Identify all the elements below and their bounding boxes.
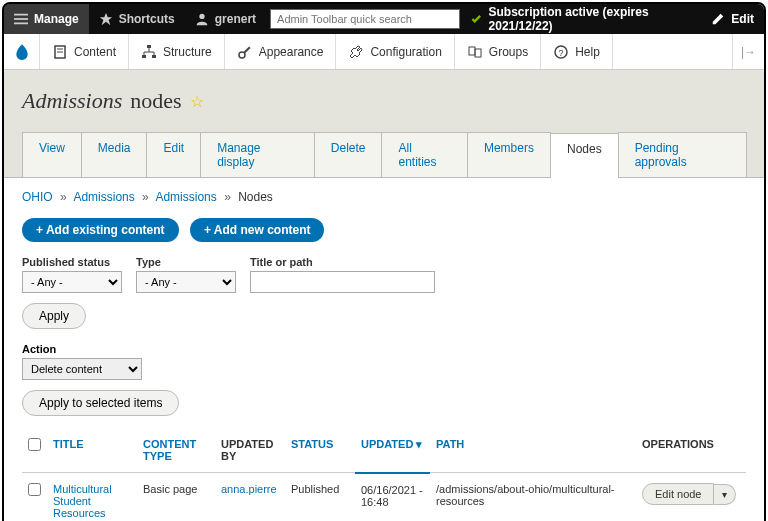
manage-label: Manage <box>34 12 79 26</box>
published-status-select[interactable]: - Any - <box>22 271 122 293</box>
col-title[interactable]: TITLE <box>53 438 84 450</box>
row-title-link[interactable]: Multicultural Student Resources <box>53 483 112 519</box>
edit-label: Edit <box>731 12 754 26</box>
tab-nodes[interactable]: Nodes <box>550 133 619 178</box>
user-label: grenert <box>215 12 256 26</box>
admin-navbar: Content Structure Appearance Configurati… <box>4 34 764 70</box>
nav-configuration-label: Configuration <box>370 45 441 59</box>
breadcrumb: OHIO » Admissions » Admissions » Nodes <box>22 190 746 204</box>
structure-icon <box>141 44 157 60</box>
svg-marker-3 <box>100 13 112 25</box>
breadcrumb-current: Nodes <box>238 190 273 204</box>
edit-node-button[interactable]: Edit node <box>642 483 714 505</box>
nav-structure-label: Structure <box>163 45 212 59</box>
user-menu[interactable]: grenert <box>185 4 266 34</box>
edit-toggle[interactable]: Edit <box>701 4 764 34</box>
nav-help[interactable]: ? Help <box>541 34 613 69</box>
breadcrumb-admissions-2[interactable]: Admissions <box>155 190 216 204</box>
row-status: Published <box>285 473 355 522</box>
action-select[interactable]: Delete content <box>22 358 142 380</box>
nav-appearance[interactable]: Appearance <box>225 34 337 69</box>
tab-view[interactable]: View <box>22 132 82 177</box>
bulk-action: Action Delete content <box>22 343 746 380</box>
subscription-status[interactable]: Subscription active (expires 2021/12/22) <box>460 4 701 34</box>
row-checkbox[interactable] <box>28 483 41 496</box>
page-title-group: Admissions <box>22 88 122 114</box>
svg-rect-2 <box>14 23 28 25</box>
apply-selected-button[interactable]: Apply to selected items <box>22 390 179 416</box>
nav-help-label: Help <box>575 45 600 59</box>
drupal-icon <box>13 43 31 61</box>
page-title-rest: nodes <box>130 88 181 114</box>
subscription-label: Subscription active (expires 2021/12/22) <box>489 5 692 33</box>
tab-media[interactable]: Media <box>81 132 148 177</box>
col-operations: OPERATIONS <box>642 438 714 450</box>
tab-pending-approvals[interactable]: Pending approvals <box>618 132 747 177</box>
drupal-logo[interactable] <box>4 34 40 69</box>
col-updated-by: UPDATED BY <box>221 438 273 462</box>
tab-delete[interactable]: Delete <box>314 132 383 177</box>
row-updated-by-link[interactable]: anna.pierre <box>221 483 277 495</box>
svg-text:?: ? <box>559 48 564 58</box>
arrow-right-icon: |→ <box>741 45 756 59</box>
page-title: Admissions nodes ☆ <box>22 88 746 114</box>
favorite-star-icon[interactable]: ☆ <box>190 92 204 111</box>
breadcrumb-ohio[interactable]: OHIO <box>22 190 53 204</box>
add-existing-content-button[interactable]: + Add existing content <box>22 218 179 242</box>
col-updated[interactable]: UPDATED ▾ <box>361 438 422 450</box>
row-path: /admissions/about-ohio/multicultural-res… <box>430 473 636 522</box>
add-new-content-button[interactable]: + Add new content <box>190 218 325 242</box>
svg-point-4 <box>199 14 204 19</box>
tab-edit[interactable]: Edit <box>146 132 201 177</box>
configuration-icon <box>348 44 364 60</box>
nav-content[interactable]: Content <box>40 34 129 69</box>
admin-toolbar: Manage Shortcuts grenert Subscription ac… <box>4 4 764 34</box>
tab-members[interactable]: Members <box>467 132 551 177</box>
tab-manage-display[interactable]: Manage display <box>200 132 315 177</box>
title-path-input[interactable] <box>250 271 435 293</box>
row-updated: 06/16/2021 - 16:48 <box>355 473 430 522</box>
operations-dropdown[interactable]: ▾ <box>714 484 736 505</box>
svg-rect-8 <box>147 45 151 48</box>
tab-all-entities[interactable]: All entities <box>381 132 467 177</box>
breadcrumb-admissions-1[interactable]: Admissions <box>73 190 134 204</box>
svg-point-15 <box>239 52 245 58</box>
sort-desc-icon: ▾ <box>416 438 422 450</box>
table-row: Multicultural Student Resources Basic pa… <box>22 473 746 522</box>
page-subheader: Admissions nodes ☆ View Media Edit Manag… <box>4 70 764 177</box>
nav-collapse[interactable]: |→ <box>732 34 764 69</box>
nav-structure[interactable]: Structure <box>129 34 225 69</box>
action-label: Action <box>22 343 746 355</box>
title-path-label: Title or path <box>250 256 435 268</box>
row-content-type: Basic page <box>137 473 215 522</box>
col-status[interactable]: STATUS <box>291 438 333 450</box>
content-icon <box>52 44 68 60</box>
svg-rect-10 <box>152 55 156 58</box>
local-tabs: View Media Edit Manage display Delete Al… <box>22 132 746 177</box>
shortcuts-menu[interactable]: Shortcuts <box>89 4 185 34</box>
type-label: Type <box>136 256 236 268</box>
nav-content-label: Content <box>74 45 116 59</box>
appearance-icon <box>237 44 253 60</box>
svg-rect-18 <box>475 49 481 57</box>
manage-menu[interactable]: Manage <box>4 4 89 34</box>
nodes-table: TITLE CONTENT TYPE UPDATED BY STATUS UPD… <box>22 428 746 521</box>
apply-filters-button[interactable]: Apply <box>22 303 86 329</box>
select-all-checkbox[interactable] <box>28 438 41 451</box>
svg-rect-16 <box>243 46 250 53</box>
type-select[interactable]: - Any - <box>136 271 236 293</box>
svg-rect-1 <box>14 18 28 20</box>
svg-rect-0 <box>14 14 28 16</box>
filter-row: Published status - Any - Type - Any - Ti… <box>22 256 746 293</box>
col-content-type[interactable]: CONTENT TYPE <box>143 438 196 462</box>
svg-rect-17 <box>469 47 475 55</box>
star-icon <box>99 12 113 26</box>
check-icon <box>470 12 482 26</box>
nav-configuration[interactable]: Configuration <box>336 34 454 69</box>
svg-rect-9 <box>142 55 146 58</box>
nav-groups[interactable]: Groups <box>455 34 541 69</box>
toolbar-search-input[interactable] <box>270 9 460 29</box>
user-icon <box>195 12 209 26</box>
col-path[interactable]: PATH <box>436 438 464 450</box>
toolbar-search <box>270 4 460 34</box>
